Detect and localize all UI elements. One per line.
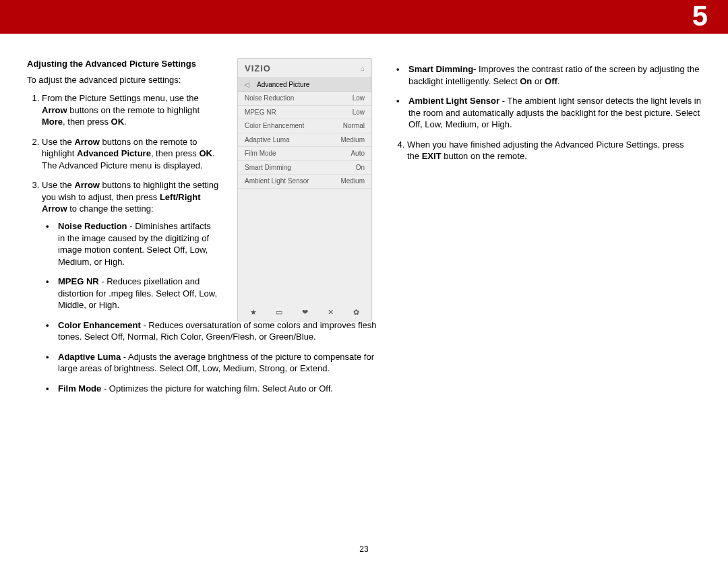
tv-header: VIZIO ⌂	[238, 59, 371, 77]
sub-color-enhancement: Color Enhancement - Reduces oversaturati…	[46, 319, 390, 343]
chapter-number: 5	[692, 0, 708, 32]
step-3-sublist-narrow: Noise Reduction - Diminishes artifacts i…	[46, 220, 220, 311]
steps-list: From the Picture Settings menu, use the …	[42, 92, 222, 394]
star-icon: ★	[247, 307, 260, 317]
tv-row: MPEG NRLow	[238, 106, 371, 120]
vizio-logo: VIZIO	[245, 63, 271, 75]
back-icon: ◁	[243, 80, 250, 90]
steps-list-continued: When you have finished adjusting the Adv…	[407, 139, 701, 162]
section-intro: To adjust the advanced picture settings:	[27, 74, 222, 86]
tv-row: Adaptive LumaMedium	[238, 133, 371, 148]
left-column: Adjusting the Advanced Picture Settings …	[27, 58, 222, 403]
home-icon: ⌂	[361, 64, 365, 73]
tv-footer-icons: ★ ▭ ❤ ✕ ✿	[238, 303, 371, 321]
right-column: Smart Dimming- Improves the contrast rat…	[392, 58, 701, 403]
tv-menu-title-row: ◁ Advanced Picture	[238, 77, 371, 92]
tv-menu-rows: Noise ReductionLow MPEG NRLow Color Enha…	[238, 92, 371, 189]
sub-ambient-light: Ambient Light Sensor - The ambient light…	[396, 95, 701, 131]
sub-film-mode: Film Mode - Optimizes the picture for wa…	[46, 383, 390, 395]
step-2: Use the Arrow buttons on the remote to h…	[42, 136, 222, 172]
close-icon: ✕	[324, 307, 336, 317]
step-3-sublist-wide: Color Enhancement - Reduces oversaturati…	[46, 319, 390, 395]
tv-empty-area	[238, 189, 371, 303]
tv-menu-title: Advanced Picture	[257, 80, 309, 90]
chapter-header-bar: 5	[0, 0, 728, 34]
wide-icon: ▭	[273, 307, 285, 317]
step-4: When you have finished adjusting the Adv…	[407, 139, 701, 162]
sub-adaptive-luma: Adaptive Luma - Adjusts the average brig…	[46, 351, 390, 375]
tv-row: Noise ReductionLow	[238, 92, 371, 106]
sub-noise-reduction: Noise Reduction - Diminishes artifacts i…	[46, 220, 220, 268]
tv-frame: VIZIO ⌂ ◁ Advanced Picture Noise Reducti…	[237, 58, 372, 321]
sub-mpeg-nr: MPEG NR - Reduces pixellation and distor…	[46, 276, 220, 311]
step-3-sublist-right: Smart Dimming- Improves the contrast rat…	[396, 63, 701, 131]
chevron-down-icon: ❤	[299, 307, 311, 317]
page-content: Adjusting the Advanced Picture Settings …	[0, 34, 728, 403]
tv-row: Color EnhancementNormal	[238, 119, 371, 133]
page-number: 23	[0, 544, 728, 554]
step-3: Use the Arrow buttons to highlight the s…	[42, 179, 222, 394]
sub-smart-dimming: Smart Dimming- Improves the contrast rat…	[396, 63, 701, 87]
step-1: From the Picture Settings menu, use the …	[42, 92, 222, 128]
tv-row: Film ModeAuto	[238, 147, 371, 161]
tv-row: Smart DimmingOn	[238, 161, 371, 175]
section-title: Adjusting the Advanced Picture Settings	[27, 58, 222, 70]
gear-icon: ✿	[350, 307, 362, 317]
tv-row: Ambient Light SensorMedium	[238, 175, 371, 189]
